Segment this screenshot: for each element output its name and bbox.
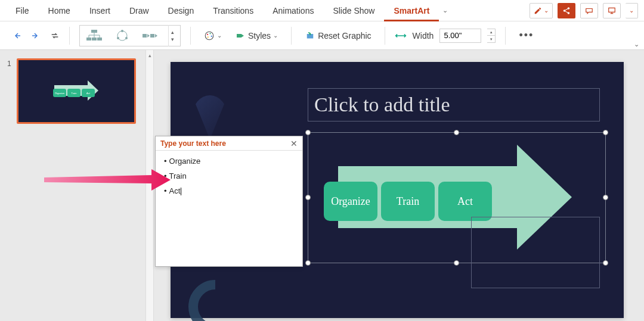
smartart-box-3[interactable]: Act xyxy=(438,182,492,221)
title-placeholder[interactable]: Click to add title xyxy=(308,88,600,121)
svg-point-14 xyxy=(208,36,209,38)
svg-point-6 xyxy=(125,37,128,39)
pencil-icon xyxy=(534,7,542,15)
svg-point-13 xyxy=(211,35,212,36)
comment-icon xyxy=(585,7,593,15)
text-pane-header: Type your text here ✕ xyxy=(156,136,302,151)
thumbnail-scrollbar[interactable]: ▴ xyxy=(145,50,154,321)
back-arrow-icon[interactable] xyxy=(12,31,21,40)
slide-thumbnail-panel: 1 Organize Train Act ▴ xyxy=(0,50,154,321)
styles-icon xyxy=(235,30,246,41)
palette-icon xyxy=(204,30,215,41)
selection-handle[interactable] xyxy=(454,260,459,266)
toolbar-separator xyxy=(291,27,292,45)
tab-transitions[interactable]: Transitions xyxy=(203,0,263,21)
svg-point-4 xyxy=(117,31,127,40)
change-colors-button[interactable]: ⌄ xyxy=(200,28,225,43)
styles-label: Styles xyxy=(248,31,271,40)
close-icon[interactable]: ✕ xyxy=(290,139,298,148)
layout-thumb-process[interactable] xyxy=(140,28,162,43)
reset-graphic-button[interactable]: Reset Graphic xyxy=(301,28,374,43)
spinner-down[interactable]: ▾ xyxy=(487,36,495,42)
layout-thumb-hierarchy[interactable] xyxy=(83,28,105,43)
decorative-ring xyxy=(188,280,242,321)
toolbar-overflow[interactable]: ••• xyxy=(515,29,537,42)
svg-point-12 xyxy=(209,33,210,34)
selection-handle[interactable] xyxy=(305,130,311,135)
forward-arrow-icon[interactable] xyxy=(31,31,41,40)
tab-smartart[interactable]: SmartArt xyxy=(384,0,439,21)
scroll-up-icon[interactable]: ▴ xyxy=(148,52,151,321)
tab-animations[interactable]: Animations xyxy=(263,0,323,21)
width-label: Width xyxy=(413,31,434,40)
present-icon xyxy=(608,7,616,15)
layout-gallery-more[interactable]: ▴▾ xyxy=(168,25,177,46)
tab-home[interactable]: Home xyxy=(39,0,80,21)
selection-handle[interactable] xyxy=(603,260,608,266)
comments-button[interactable] xyxy=(580,3,598,18)
spinner-up[interactable]: ▴ xyxy=(487,29,495,36)
selection-handle[interactable] xyxy=(603,195,608,200)
editing-mode-button[interactable]: ⌄ xyxy=(530,3,553,18)
svg-rect-1 xyxy=(86,38,91,40)
svg-rect-8 xyxy=(143,34,147,38)
svg-point-11 xyxy=(207,33,208,35)
title-placeholder-text: Click to add title xyxy=(314,94,450,116)
ribbon-tabs: File Home Insert Draw Design Transitions… xyxy=(0,0,644,21)
content-placeholder[interactable] xyxy=(471,217,600,288)
text-pane-item[interactable]: Organize xyxy=(164,157,294,166)
smartart-boxes: Organize Train Act xyxy=(324,182,492,221)
reset-icon xyxy=(305,30,315,41)
text-pane-item[interactable]: Train xyxy=(164,172,294,180)
tab-design[interactable]: Design xyxy=(159,0,204,21)
reset-label: Reset Graphic xyxy=(318,31,371,40)
tab-insert[interactable]: Insert xyxy=(80,0,120,21)
toolbar-separator xyxy=(505,27,506,45)
selection-handle[interactable] xyxy=(603,130,608,135)
tab-overflow-chevron[interactable]: ⌄ xyxy=(439,7,451,14)
text-cursor xyxy=(181,188,181,195)
svg-point-5 xyxy=(121,30,123,32)
ribbon-right-controls: ⌄ ⌄ xyxy=(530,3,638,18)
svg-point-7 xyxy=(117,37,119,39)
workspace: 1 Organize Train Act ▴ Click to add titl… xyxy=(0,50,644,321)
svg-point-10 xyxy=(205,32,213,40)
tab-file[interactable]: File xyxy=(6,0,39,21)
tab-slideshow[interactable]: Slide Show xyxy=(323,0,384,21)
smartart-layout-gallery[interactable]: ▴▾ xyxy=(79,25,181,46)
sync-arrows-icon[interactable] xyxy=(50,31,60,40)
text-pane-list[interactable]: Organize Train Act xyxy=(156,151,302,207)
share-icon xyxy=(562,7,571,15)
ribbon-toolbar: ▴▾ ⌄ Styles ⌄ Reset Graphic Width ▴▾ •••… xyxy=(0,21,644,50)
svg-rect-3 xyxy=(97,38,102,40)
text-pane-title: Type your text here xyxy=(160,139,226,148)
width-input[interactable] xyxy=(439,29,481,43)
selection-handle[interactable] xyxy=(454,130,459,135)
svg-rect-9 xyxy=(150,34,154,38)
present-button[interactable] xyxy=(603,3,621,18)
selection-handle[interactable] xyxy=(305,195,311,200)
selection-handle[interactable] xyxy=(305,260,311,266)
thumb-smartart-boxes: Organize Train Act xyxy=(53,89,95,97)
width-spinner[interactable]: ▴▾ xyxy=(487,29,496,43)
text-pane-item[interactable]: Act xyxy=(164,186,294,195)
slide-thumbnail-1[interactable]: Organize Train Act xyxy=(17,58,136,124)
smartart-box-2[interactable]: Train xyxy=(381,182,435,221)
smartart-text-pane[interactable]: Type your text here ✕ Organize Train Act xyxy=(155,136,303,267)
tab-draw[interactable]: Draw xyxy=(120,0,159,21)
svg-rect-0 xyxy=(91,30,97,33)
layout-thumb-cycle[interactable] xyxy=(112,28,133,43)
ribbon-collapse-chevron[interactable]: ⌄ xyxy=(634,40,639,48)
toolbar-separator xyxy=(190,27,191,45)
toolbar-separator xyxy=(69,27,70,45)
svg-rect-2 xyxy=(92,38,97,40)
share-button[interactable] xyxy=(558,3,575,18)
smartart-box-1[interactable]: Organize xyxy=(324,182,377,221)
width-icon xyxy=(395,31,407,40)
present-dropdown[interactable]: ⌄ xyxy=(626,3,638,18)
decorative-cone xyxy=(192,95,228,139)
slide-number: 1 xyxy=(7,60,11,68)
toolbar-separator xyxy=(385,27,385,45)
smartart-styles-button[interactable]: Styles ⌄ xyxy=(231,28,281,43)
